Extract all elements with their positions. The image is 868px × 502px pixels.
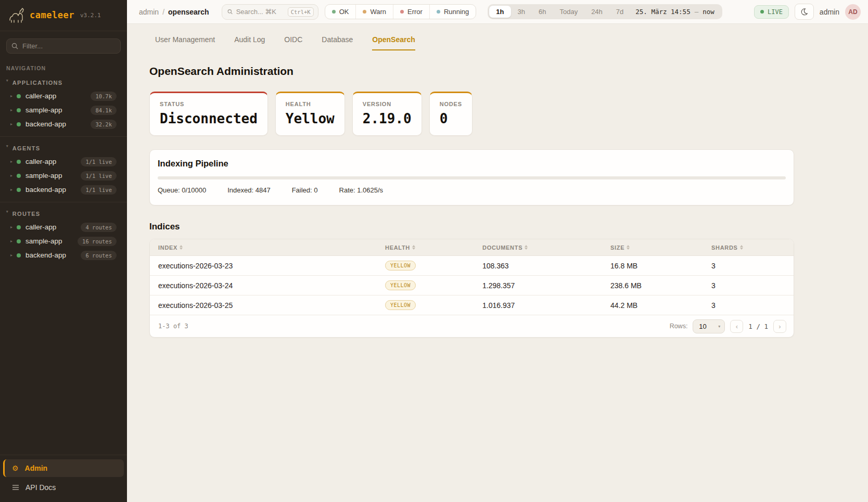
stat-label: HEALTH <box>286 101 335 107</box>
status-dot <box>17 108 21 112</box>
table-row[interactable]: executions-2026-03-25 YELLOW 1.016.937 4… <box>150 295 794 315</box>
cell-documents: 1.016.937 <box>482 301 610 310</box>
time-range-group: 1h 3h 6h Today 24h 7d 25. März 14:55 — n… <box>488 4 722 19</box>
tab-oidc[interactable]: OIDC <box>284 35 302 50</box>
status-dot <box>17 188 21 192</box>
sidebar-item-admin[interactable]: ⚙ Admin <box>3 459 124 477</box>
health-badge: YELLOW <box>385 280 416 290</box>
col-header-size[interactable]: SIZE <box>610 244 711 251</box>
pipeline-title: Indexing Pipeline <box>158 159 786 169</box>
stat-card-version: VERSION 2.19.0 <box>352 92 422 136</box>
sidebar-item-sample-app-routes[interactable]: ▸ sample-app 16 routes <box>0 234 127 248</box>
filter-chip-running[interactable]: Running <box>430 5 476 19</box>
table-row[interactable]: executions-2026-03-23 YELLOW 108.363 16.… <box>150 256 794 276</box>
stat-card-nodes: NODES 0 <box>429 92 473 136</box>
chevron-right-icon: ▸ <box>10 173 17 178</box>
sidebar-item-sample-app[interactable]: ▸ sample-app 84.1k <box>0 103 127 117</box>
section-header-applications[interactable]: ▾ APPLICATIONS <box>0 72 127 89</box>
stat-value: 0 <box>440 111 462 126</box>
col-header-index[interactable]: INDEX <box>158 244 385 251</box>
filter-chip-error[interactable]: Error <box>393 5 430 19</box>
ok-dot <box>332 10 336 14</box>
date-range-display[interactable]: 25. März 14:55 — now <box>630 8 720 16</box>
table-footer: 1-3 of 3 Rows: 10 ▾ ‹ 1 / 1 › <box>150 315 794 337</box>
sidebar-item-backend-app-agent[interactable]: ▸ backend-app 1/1 live <box>0 183 127 197</box>
sidebar-item-api-docs[interactable]: API Docs <box>3 479 124 496</box>
caret-down-icon: ▾ <box>6 210 9 214</box>
sort-icon <box>525 245 528 250</box>
count-badge: 32.2k <box>91 120 117 129</box>
search-icon <box>227 8 233 15</box>
moon-icon <box>800 8 808 16</box>
status-dot <box>17 160 21 164</box>
stat-card-health: HEALTH Yellow <box>275 92 345 136</box>
avatar[interactable]: AD <box>845 4 861 20</box>
theme-toggle-button[interactable] <box>795 4 814 20</box>
col-header-documents[interactable]: DOCUMENTS <box>482 244 610 251</box>
status-dot <box>17 253 21 258</box>
cell-index: executions-2026-03-24 <box>158 281 385 290</box>
rows-per-page-select[interactable]: 10 ▾ <box>693 319 725 333</box>
section-applications: ▾ APPLICATIONS ▸ caller-app 10.7k ▸ samp… <box>0 72 127 131</box>
section-agents: ▾ AGENTS ▸ caller-app 1/1 live ▸ sample-… <box>0 138 127 197</box>
range-3h[interactable]: 3h <box>511 6 532 18</box>
routes-badge: 6 routes <box>81 251 117 260</box>
sidebar-item-backend-app[interactable]: ▸ backend-app 32.2k <box>0 117 127 131</box>
next-page-button[interactable]: › <box>773 320 786 333</box>
pipeline-stat-queue: Queue: 0/10000 <box>158 186 206 194</box>
sidebar-item-sample-app-agent[interactable]: ▸ sample-app 1/1 live <box>0 169 127 183</box>
filter-chip-warn[interactable]: Warn <box>356 5 393 19</box>
page-indicator: 1 / 1 <box>748 323 768 330</box>
filter-input[interactable] <box>6 38 121 54</box>
cell-documents: 1.298.357 <box>482 281 610 290</box>
status-dot <box>17 174 21 178</box>
global-search[interactable]: Ctrl+K <box>222 4 318 20</box>
cell-index: executions-2026-03-23 <box>158 262 385 270</box>
range-7d[interactable]: 7d <box>609 6 630 18</box>
live-badge: 1/1 live <box>81 171 117 181</box>
breadcrumb-parent[interactable]: admin <box>139 8 159 16</box>
status-dot <box>17 225 21 229</box>
content-area: User Management Audit Log OIDC Database … <box>127 24 868 502</box>
range-24h[interactable]: 24h <box>584 6 609 18</box>
count-badge: 10.7k <box>91 92 117 101</box>
app-logo-row[interactable]: cameleer v3.2.1 <box>0 0 127 31</box>
section-header-agents[interactable]: ▾ AGENTS <box>0 138 127 155</box>
shortcut-kbd: Ctrl+K <box>288 7 314 17</box>
stat-value: 2.19.0 <box>363 111 412 126</box>
col-header-health[interactable]: HEALTH <box>385 244 482 251</box>
sidebar-item-caller-app-routes[interactable]: ▸ caller-app 4 routes <box>0 220 127 234</box>
search-input[interactable] <box>236 8 284 16</box>
pipeline-stat-rate: Rate: 1.0625/s <box>339 186 384 194</box>
range-1h[interactable]: 1h <box>489 6 510 18</box>
date-to: now <box>703 8 714 16</box>
chevron-right-icon: ▸ <box>10 187 17 192</box>
prev-page-button[interactable]: ‹ <box>730 320 743 333</box>
sidebar-filter <box>6 38 121 54</box>
sort-icon <box>180 245 183 250</box>
cell-index: executions-2026-03-25 <box>158 301 385 310</box>
sidebar-item-backend-app-routes[interactable]: ▸ backend-app 6 routes <box>0 248 127 262</box>
tab-user-management[interactable]: User Management <box>155 35 215 50</box>
sidebar-item-caller-app-agent[interactable]: ▸ caller-app 1/1 live <box>0 155 127 169</box>
stat-label: STATUS <box>160 101 258 107</box>
range-6h[interactable]: 6h <box>532 6 553 18</box>
live-status-badge[interactable]: LIVE <box>754 5 789 19</box>
table-row[interactable]: executions-2026-03-24 YELLOW 1.298.357 2… <box>150 276 794 295</box>
search-icon <box>11 43 18 49</box>
section-header-routes[interactable]: ▾ ROUTES <box>0 203 127 220</box>
chevron-right-icon: ▸ <box>10 122 17 126</box>
cell-shards: 3 <box>711 262 794 270</box>
filter-chip-ok[interactable]: OK <box>325 5 356 19</box>
range-today[interactable]: Today <box>553 6 584 18</box>
col-header-shards[interactable]: SHARDS <box>711 244 794 251</box>
breadcrumb-current: opensearch <box>168 8 209 16</box>
sort-icon <box>740 245 743 250</box>
caret-down-icon: ▾ <box>718 324 720 329</box>
sidebar-item-caller-app[interactable]: ▸ caller-app 10.7k <box>0 89 127 103</box>
tab-opensearch[interactable]: OpenSearch <box>372 35 415 50</box>
tab-database[interactable]: Database <box>322 35 353 50</box>
stat-value: Yellow <box>286 111 335 126</box>
tab-audit-log[interactable]: Audit Log <box>234 35 265 50</box>
caret-down-icon: ▾ <box>6 144 9 148</box>
